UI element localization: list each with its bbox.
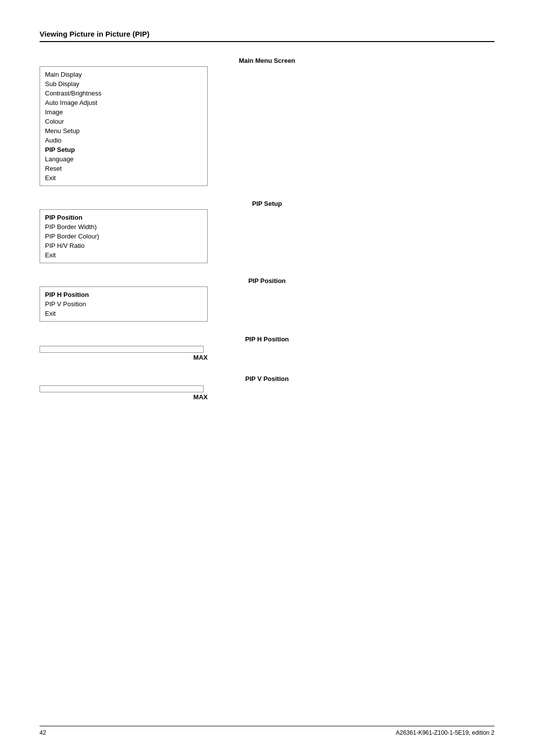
pip-position-item: PIP Position bbox=[45, 213, 202, 222]
pip-v-position-item: PIP V Position bbox=[45, 299, 202, 309]
menu-item-reset: Reset bbox=[45, 164, 202, 173]
menu-item-exit: Exit bbox=[45, 173, 202, 183]
pip-v-position-max: MAX bbox=[40, 393, 208, 401]
section-title: Viewing Picture in Picture (PIP) bbox=[40, 30, 494, 42]
doc-id: A26361-K961-Z100-1-5E19, edition 2 bbox=[396, 729, 494, 736]
pip-setup-box: PIP Position PIP Border Width) PIP Borde… bbox=[40, 209, 208, 263]
main-menu-block: Main Menu Screen Main Display Sub Displa… bbox=[40, 57, 494, 186]
pip-h-position-max: MAX bbox=[40, 354, 208, 361]
footer: 42 A26361-K961-Z100-1-5E19, edition 2 bbox=[40, 726, 494, 736]
pip-position-box: PIP H Position PIP V Position Exit bbox=[40, 286, 208, 322]
page-number: 42 bbox=[40, 729, 46, 736]
menu-item-audio: Audio bbox=[45, 136, 202, 145]
pip-hv-ratio-item: PIP H/V Ratio bbox=[45, 241, 202, 250]
main-menu-label: Main Menu Screen bbox=[40, 57, 494, 64]
menu-item-colour: Colour bbox=[45, 117, 202, 126]
pip-h-position-track[interactable] bbox=[40, 346, 204, 353]
pip-h-position-block: PIP H Position MAX bbox=[40, 335, 494, 361]
menu-item-menu-setup: Menu Setup bbox=[45, 126, 202, 136]
menu-item-pip-setup: PIP Setup bbox=[45, 145, 202, 154]
pip-position-exit-item: Exit bbox=[45, 309, 202, 318]
page-container: Viewing Picture in Picture (PIP) Main Me… bbox=[0, 0, 534, 756]
menu-item-auto-image: Auto Image Adjust bbox=[45, 98, 202, 107]
pip-border-width-item: PIP Border Width) bbox=[45, 222, 202, 232]
pip-h-position-item: PIP H Position bbox=[45, 290, 202, 299]
pip-h-position-slider-row bbox=[40, 346, 208, 353]
pip-border-colour-item: PIP Border Colour) bbox=[45, 232, 202, 241]
pip-position-label: PIP Position bbox=[40, 277, 494, 284]
menu-item-contrast: Contrast/Brightness bbox=[45, 89, 202, 98]
pip-v-position-slider-row bbox=[40, 385, 208, 392]
pip-setup-label: PIP Setup bbox=[40, 200, 494, 207]
pip-h-position-label: PIP H Position bbox=[40, 335, 494, 343]
pip-v-position-track[interactable] bbox=[40, 385, 204, 392]
menu-item-image: Image bbox=[45, 107, 202, 117]
pip-position-block: PIP Position PIP H Position PIP V Positi… bbox=[40, 277, 494, 322]
menu-item-main-display: Main Display bbox=[45, 70, 202, 79]
menu-item-language: Language bbox=[45, 154, 202, 164]
content-area: Main Menu Screen Main Display Sub Displa… bbox=[40, 57, 494, 401]
menu-item-sub-display: Sub Display bbox=[45, 79, 202, 89]
pip-setup-exit-item: Exit bbox=[45, 250, 202, 260]
pip-v-position-block: PIP V Position MAX bbox=[40, 375, 494, 401]
pip-v-position-label: PIP V Position bbox=[40, 375, 494, 382]
main-menu-box: Main Display Sub Display Contrast/Bright… bbox=[40, 66, 208, 186]
pip-setup-block: PIP Setup PIP Position PIP Border Width)… bbox=[40, 200, 494, 263]
